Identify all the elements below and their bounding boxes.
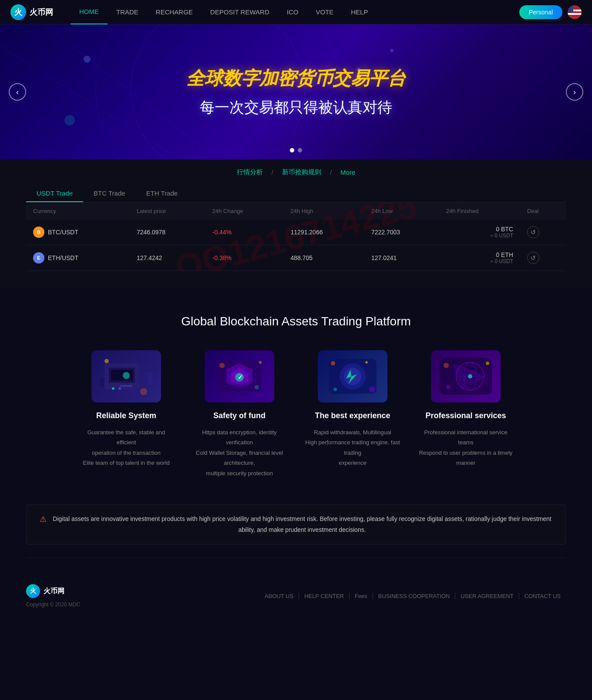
market-tabs-bar: 行情分析 / 新币抢购规则 / More (26, 168, 566, 176)
feature-image-2 (318, 350, 387, 402)
hero-dot-1[interactable] (290, 148, 294, 152)
svg-point-23 (219, 363, 225, 368)
hero-dot-2[interactable] (298, 148, 302, 152)
footer-link-1[interactable]: HELP CENTER (299, 593, 350, 599)
col-currency: Currency (26, 203, 130, 220)
footer-logo-text: 火币网 (44, 587, 64, 596)
logo[interactable]: 火 火币网 (10, 4, 53, 20)
svg-point-14 (112, 387, 114, 390)
disclaimer-text: Digital assets are innovative investment… (52, 514, 552, 535)
table-header: Currency Latest price 24h Change 24h Hig… (26, 203, 566, 220)
cell-low-0: 7222.7003 (364, 220, 439, 245)
nav-home[interactable]: HOME (71, 0, 108, 24)
feature-card-0: Reliable System Guarantee the safe, stab… (78, 350, 174, 478)
deal-button-0[interactable]: ↺ (527, 226, 539, 238)
market-table-body: B BTC/USDT 7246.0978 -0.44% 11291.2066 7… (26, 220, 566, 271)
footer-link-5[interactable]: CONTACT US (519, 593, 566, 599)
feature-name-2: The best experience (305, 411, 400, 420)
col-latest-price: Latest price (130, 203, 205, 220)
feature-image-1: ✓ (205, 350, 274, 402)
cell-low-1: 127.0241 (364, 245, 439, 271)
feature-name-3: Professional services (418, 411, 514, 420)
svg-point-4 (390, 49, 394, 52)
nav-vote[interactable]: VOTE (307, 0, 342, 24)
nav-trade[interactable]: TRADE (108, 0, 147, 24)
svg-point-33 (333, 388, 337, 391)
footer-link-4[interactable]: USER AGREEMENT (455, 593, 519, 599)
feature-desc-3: Professional international service teams… (418, 427, 514, 468)
cell-currency-0: B BTC/USDT (26, 220, 130, 245)
svg-point-2 (84, 56, 91, 63)
col-24h-high: 24h High (284, 203, 364, 220)
footer-link-0[interactable]: ABOUT US (259, 593, 299, 599)
features-title: Global Blockchain Assets Trading Platfor… (26, 314, 566, 328)
feature-name-0: Reliable System (78, 411, 174, 420)
svg-point-31 (369, 386, 375, 392)
new-coin-rules-link[interactable]: 新币抢购规则 (282, 168, 321, 176)
deal-button-1[interactable]: ↺ (527, 252, 539, 264)
feature-card-2: The best experience Rapid withdrawals, M… (305, 350, 400, 478)
col-24h-low: 24h Low (364, 203, 439, 220)
trade-tabs: USDT Trade BTC Trade ETH Trade (26, 185, 566, 203)
feature-desc-1: Https data encryption, identity verifica… (192, 427, 287, 478)
nav-ico[interactable]: ICO (278, 0, 307, 24)
svg-point-19 (140, 388, 147, 395)
section-divider (26, 558, 566, 558)
nav-right: Personal (519, 5, 582, 19)
market-table: Currency Latest price 24h Change 24h Hig… (26, 203, 566, 271)
hero-subtitle: 每一次交易都只得被认真对待 (186, 98, 406, 118)
feature-desc-0: Guarantee the safe, stable and efficient… (78, 427, 174, 468)
cell-price-0: 7246.0978 (130, 220, 205, 245)
svg-text:✓: ✓ (238, 374, 243, 381)
cell-high-0: 11291.2066 (284, 220, 364, 245)
svg-point-43 (446, 385, 451, 389)
table-row: B BTC/USDT 7246.0978 -0.44% 11291.2066 7… (26, 220, 566, 245)
cell-deal-1: ↺ (520, 245, 566, 271)
hero-banner: 全球数字加密货币交易平台 每一次交易都只得被认真对待 ‹ › (0, 24, 592, 159)
hero-next-button[interactable]: › (566, 83, 583, 101)
tab-btc-trade[interactable]: BTC Trade (83, 185, 136, 202)
footer-logo-icon: 火 (26, 584, 40, 598)
market-analysis-link[interactable]: 行情分析 (237, 168, 263, 176)
feature-image-0 (91, 350, 161, 402)
more-link[interactable]: More (340, 169, 355, 176)
hero-prev-button[interactable]: ‹ (9, 83, 26, 101)
nav-links: HOME TRADE RECHARGE DEPOSIT REWARD ICO V… (71, 0, 519, 24)
footer-logo: 火 火币网 (26, 584, 80, 598)
personal-button[interactable]: Personal (519, 5, 562, 19)
footer-link-3[interactable]: BUSINESS COOPERATION (373, 593, 455, 599)
nav-help[interactable]: HELP (342, 0, 377, 24)
nav-deposit-reward[interactable]: DEPOSIT REWARD (202, 0, 278, 24)
col-24h-change: 24h Change (205, 203, 284, 220)
svg-point-40 (468, 374, 472, 379)
feature-card-1: ✓ Safety of fund Https data encryption, … (192, 350, 287, 478)
table-row: E ETH/USDT 127.4242 -0.38% 488.705 127.0… (26, 245, 566, 271)
feature-desc-2: Rapid withdrawals, MultilingualHigh perf… (305, 427, 400, 468)
pair-label-1: ETH/USDT (48, 254, 78, 261)
cell-currency-1: E ETH/USDT (26, 245, 130, 271)
footer-link-2[interactable]: Fees (350, 593, 373, 599)
features-grid: Reliable System Guarantee the safe, stab… (26, 350, 566, 478)
tab-eth-trade[interactable]: ETH Trade (136, 185, 188, 202)
svg-point-15 (118, 387, 121, 390)
nav-recharge[interactable]: RECHARGE (147, 0, 202, 24)
svg-point-24 (255, 385, 259, 389)
flag-icon[interactable] (568, 5, 582, 19)
logo-text: 火币网 (30, 7, 53, 17)
hero-dots (290, 148, 302, 152)
main-nav: 火 火币网 HOME TRADE RECHARGE DEPOSIT REWARD… (0, 0, 592, 24)
btc-icon: B (33, 227, 44, 238)
feature-card-3: Professional services Professional inter… (418, 350, 514, 478)
svg-point-5 (64, 115, 75, 125)
svg-rect-16 (100, 379, 104, 387)
market-table-wrapper: QQ1216714225 Currency Latest price 24h C… (26, 203, 566, 271)
footer-left: 火 火币网 Copyright © 2020 MDC (26, 584, 80, 608)
feature-image-3 (431, 350, 501, 402)
svg-point-42 (486, 362, 489, 365)
hero-title: 全球数字加密货币交易平台 (186, 66, 406, 91)
cell-change-0: -0.44% (205, 220, 284, 245)
market-section: 行情分析 / 新币抢购规则 / More USDT Trade BTC Trad… (0, 159, 592, 288)
col-deal: Deal (520, 203, 566, 220)
cell-price-1: 127.4242 (130, 245, 205, 271)
tab-usdt-trade[interactable]: USDT Trade (26, 185, 83, 202)
